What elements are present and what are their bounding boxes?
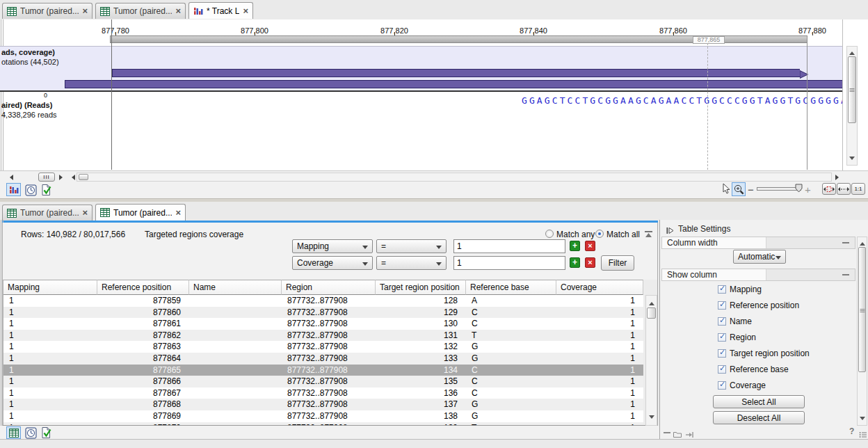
- tab-close-icon[interactable]: ×: [82, 209, 88, 216]
- section-collapse-icon[interactable]: [842, 274, 849, 275]
- show-column-checkbox[interactable]: [718, 381, 726, 390]
- table-row[interactable]: 1877863877732..877908132G1: [3, 341, 643, 353]
- column-header[interactable]: Target region position: [376, 280, 466, 295]
- column-width-select[interactable]: Automatic: [733, 250, 786, 264]
- pane-right-icon[interactable]: [59, 175, 65, 180]
- sidepanel-toggle-icon[interactable]: [666, 225, 674, 237]
- deselect-all-button[interactable]: Deselect All: [713, 411, 805, 424]
- column-header[interactable]: Coverage: [556, 280, 643, 295]
- remove-filter-button[interactable]: ×: [585, 257, 595, 268]
- fit-width-button[interactable]: [837, 183, 851, 195]
- show-column-label[interactable]: Coverage: [730, 381, 766, 390]
- show-column-label[interactable]: Region: [730, 333, 756, 342]
- pane-splitter-handle[interactable]: III: [38, 173, 55, 182]
- filter-operator-select[interactable]: =: [376, 239, 447, 253]
- table-row[interactable]: 1877865877732..877908134C1: [3, 365, 643, 376]
- section-collapse-icon[interactable]: [842, 242, 849, 243]
- tracklist-mode-button[interactable]: [6, 183, 21, 196]
- table-row[interactable]: 1877862877732..877908131T1: [3, 330, 643, 342]
- tab-1[interactable]: Tumor (paired...×: [2, 3, 93, 19]
- add-filter-button[interactable]: +: [570, 257, 580, 268]
- pane-left-icon[interactable]: [7, 175, 13, 180]
- zoom-out-icon[interactable]: −: [748, 184, 754, 195]
- annotation-bar-forward[interactable]: [112, 69, 800, 77]
- show-column-checkbox[interactable]: [718, 349, 726, 358]
- tab-close-icon[interactable]: ×: [82, 8, 88, 15]
- show-column-checkbox[interactable]: [718, 301, 726, 310]
- match-all-label[interactable]: Match all: [606, 230, 640, 239]
- remove-filter-button[interactable]: ×: [585, 241, 595, 251]
- reads-track[interactable]: GGAGCTCCTGCGGAAGCAGAACCTGGCCCGGTAGGTGCGG…: [0, 92, 842, 170]
- match-any-label[interactable]: Match any: [556, 230, 595, 239]
- zoom-in-icon[interactable]: +: [805, 184, 811, 195]
- track-horizontal-scrollbar[interactable]: [77, 173, 832, 182]
- show-column-label[interactable]: Reference base: [730, 365, 789, 374]
- history-button[interactable]: [24, 426, 37, 439]
- show-column-label[interactable]: Target region position: [730, 349, 810, 358]
- element-info-button[interactable]: [40, 183, 52, 197]
- table-row[interactable]: 1877867877732..877908136C1: [3, 387, 643, 399]
- column-header[interactable]: Region: [282, 280, 376, 295]
- history-button[interactable]: [24, 184, 37, 196]
- cursor-tool-icon[interactable]: [720, 183, 731, 197]
- select-all-button[interactable]: Select All: [713, 395, 805, 408]
- scrollbar-thumb[interactable]: [647, 307, 656, 319]
- track-vertical-scrollbar[interactable]: [846, 46, 858, 166]
- table-row[interactable]: 1877866877732..877908135C1: [3, 376, 643, 387]
- table-row[interactable]: 1877869877732..877908138G1: [3, 410, 643, 422]
- match-all-radio[interactable]: [595, 230, 604, 238]
- tab-close-icon[interactable]: ×: [175, 8, 181, 15]
- scroll-down-icon[interactable]: [849, 157, 855, 163]
- hscroll-left-icon[interactable]: [69, 175, 75, 180]
- filter-operator-select[interactable]: =: [376, 256, 447, 270]
- element-info-button[interactable]: [40, 426, 52, 439]
- scrollbar-thumb[interactable]: [848, 56, 856, 123]
- collapse-filter-icon[interactable]: [644, 229, 653, 241]
- minimize-sidepanel-icon[interactable]: [664, 432, 670, 433]
- show-column-section-header[interactable]: Show column: [661, 269, 855, 281]
- table-row[interactable]: 1877859877732..877908128A1: [3, 295, 643, 307]
- scroll-up-icon[interactable]: [849, 49, 855, 55]
- show-column-checkbox[interactable]: [718, 317, 726, 326]
- tab-close-icon[interactable]: ×: [243, 8, 248, 15]
- hscroll-right-icon[interactable]: [835, 175, 842, 180]
- help-icon[interactable]: ?: [849, 426, 854, 436]
- tab-2[interactable]: Tumor (paired...×: [95, 3, 186, 19]
- column-width-section-header[interactable]: Column width: [661, 237, 855, 249]
- column-header[interactable]: Reference base: [466, 280, 556, 295]
- hscrollbar-thumb[interactable]: [79, 174, 88, 180]
- zoom-in-tool-button[interactable]: [732, 182, 746, 196]
- zoom-slider-thumb[interactable]: [795, 183, 803, 195]
- annotation-bar[interactable]: [65, 80, 842, 88]
- match-any-radio[interactable]: [545, 230, 554, 238]
- add-filter-button[interactable]: +: [570, 241, 580, 251]
- show-column-label[interactable]: Mapping: [730, 285, 762, 294]
- show-column-checkbox[interactable]: [718, 285, 726, 294]
- filter-button[interactable]: Filter: [601, 255, 634, 271]
- scrollbar-thumb[interactable]: [858, 247, 866, 372]
- filter-column-select[interactable]: Mapping: [292, 239, 373, 253]
- scroll-up-icon[interactable]: [649, 299, 654, 305]
- show-column-checkbox[interactable]: [718, 365, 726, 374]
- table-row[interactable]: 1877860877732..877908129C1: [3, 307, 643, 319]
- table-vertical-scrollbar[interactable]: [645, 295, 657, 426]
- filter-column-select[interactable]: Coverage: [292, 256, 373, 270]
- tab-3[interactable]: * Track List×: [188, 2, 253, 19]
- table-row[interactable]: 1877861877732..877908130C1: [3, 318, 643, 330]
- zoom-100-button[interactable]: 1:1: [851, 183, 865, 195]
- tab-2[interactable]: Tumor (paired...×: [95, 204, 186, 221]
- table-mode-button[interactable]: [6, 426, 21, 439]
- filter-value-input[interactable]: [453, 239, 565, 253]
- zoom-to-selection-button[interactable]: [822, 183, 836, 195]
- column-header[interactable]: Name: [189, 280, 282, 295]
- tab-1[interactable]: Tumor (paired...×: [2, 205, 93, 221]
- tab-close-icon[interactable]: ×: [175, 209, 181, 216]
- scroll-up-icon[interactable]: [860, 239, 865, 246]
- scroll-down-icon[interactable]: [860, 417, 865, 423]
- filter-value-input[interactable]: [453, 256, 565, 270]
- settings-scrollbar[interactable]: [857, 237, 867, 426]
- scroll-down-icon[interactable]: [649, 415, 654, 422]
- show-column-checkbox[interactable]: [718, 333, 726, 342]
- table-row[interactable]: 1877864877732..877908133G1: [3, 353, 643, 365]
- show-column-label[interactable]: Name: [730, 317, 752, 326]
